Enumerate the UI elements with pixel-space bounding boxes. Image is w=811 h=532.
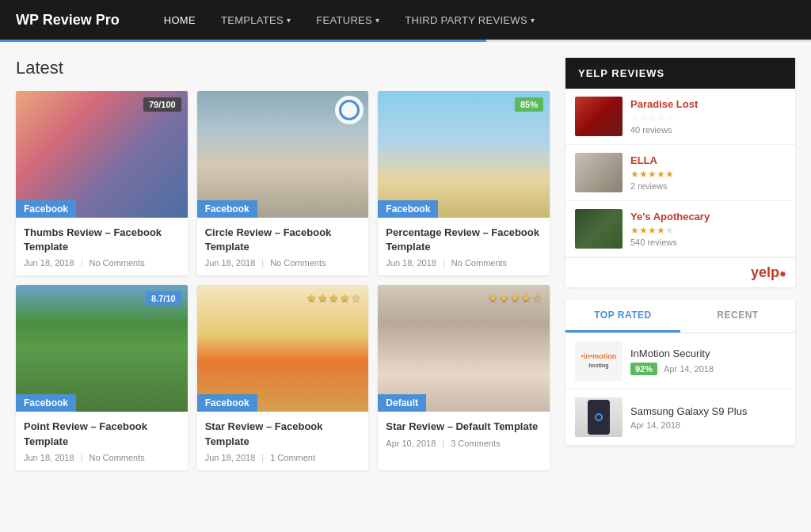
cards-row-2: 8.7/10 Facebook Point Review – Facebook … [16,285,550,469]
yelp-thumb [575,209,623,249]
card-title: Point Review – Facebook Template [24,420,180,448]
card-tag-facebook: Facebook [378,200,438,218]
card-comments: No Comments [89,453,144,462]
card-date: Jun 18, 2018 [24,258,74,268]
card-image-wrap: 79/100 Facebook [16,91,188,218]
inmotion-logo-icon: •in•motion hosting [581,352,616,370]
card-tag-facebook: Facebook [197,200,257,218]
yelp-logo: yelp✸ [751,264,786,280]
yelp-name: Ye's Apothecary [630,211,786,222]
yelp-reviews-count: 540 reviews [630,238,786,247]
card-image-wrap: ★★★★☆ Default [378,285,550,412]
yelp-reviews-count: 2 reviews [630,181,786,191]
card-image-wrap: ★★★★☆ Facebook [197,285,369,412]
samsung-phone-icon [588,400,610,435]
yelp-footer: yelp✸ [565,257,795,287]
yelp-section: YELP REVIEWS Paradise Lost ☆☆☆☆☆ 40 revi… [565,58,795,287]
chevron-down-icon: ▾ [531,16,535,25]
card-title: Star Review – Facebook Template [205,420,361,448]
nav-templates[interactable]: TEMPLATES ▾ [208,0,303,40]
stars-badge: ★★★★☆ [488,291,543,304]
yelp-name: ELLA [630,154,786,166]
card-date: Jun 18, 2018 [24,453,74,462]
card-title: Star Review – Default Template [386,420,542,434]
yelp-header: YELP REVIEWS [565,58,795,89]
card-star-review-default[interactable]: ★★★★☆ Default Star Review – Default Temp… [378,285,550,469]
card-body: Point Review – Facebook Template Jun 18,… [16,412,188,469]
card-body: Star Review – Facebook Template Jun 18, … [197,412,369,469]
site-logo: WP Review Pro [16,12,120,28]
card-tag-facebook: Facebook [16,200,76,218]
rated-info: Samsung Galaxy S9 Plus Apr 14, 2018 [630,405,786,430]
yelp-reviews-count: 40 reviews [630,125,786,135]
rated-tabs: TOP RATED RECENT [565,300,795,333]
rated-item-inmotion[interactable]: •in•motion hosting InMotion Security 92%… [565,333,795,390]
stars-badge: ★★★★☆ [307,291,362,304]
card-tag-facebook: Facebook [197,394,257,412]
yelp-item-yes-apothecary[interactable]: Ye's Apothecary ★★★★★ 540 reviews [565,201,795,257]
card-meta: Jun 18, 2018 | No Comments [205,258,361,268]
score-badge: 8.7/10 [146,291,181,306]
card-tag-default: Default [378,394,426,412]
rated-item-samsung[interactable]: Samsung Galaxy S9 Plus Apr 14, 2018 [565,390,795,446]
card-tag-facebook: Facebook [16,394,76,412]
card-title: Percentage Review – Facebook Template [386,226,542,254]
cards-row-1: 79/100 Facebook Thumbs Review – Facebook… [16,91,550,276]
nav-home[interactable]: HOME [151,0,208,40]
rated-meta: Apr 14, 2018 [630,420,786,430]
yelp-stars: ☆☆☆☆☆ [630,112,786,124]
score-pill: 92% [630,363,657,375]
tab-recent[interactable]: RECENT [680,300,795,332]
card-comments: No Comments [89,258,144,268]
sidebar: YELP REVIEWS Paradise Lost ☆☆☆☆☆ 40 revi… [565,58,795,517]
card-image-wrap: Facebook [197,91,369,218]
card-image-wrap: 85% Facebook [378,91,550,218]
rated-section: TOP RATED RECENT •in•motion hosting InMo… [565,300,795,446]
progress-bar [0,40,811,42]
section-title: Latest [16,58,550,78]
progress-bar-fill [0,40,486,42]
nav-third-party[interactable]: THIRD PARTY REVIEWS ▾ [392,0,547,40]
yelp-info: ELLA ★★★★★ 2 reviews [630,154,786,191]
card-percentage-review[interactable]: 85% Facebook Percentage Review – Faceboo… [378,91,550,276]
card-comments: No Comments [270,258,326,268]
card-meta: Jun 18, 2018 | No Comments [386,258,542,268]
card-date: Jun 18, 2018 [386,258,436,268]
card-body: Circle Review – Facebook Template Jun 18… [197,218,369,276]
card-comments: 1 Comment [270,453,315,462]
rated-date: Apr 14, 2018 [630,420,680,430]
content-area: Latest 79/100 Facebook Thumbs Review – F… [16,58,550,517]
main-nav: HOME TEMPLATES ▾ FEATURES ▾ THIRD PARTY … [151,0,547,40]
card-star-review-fb[interactable]: ★★★★☆ Facebook Star Review – Facebook Te… [197,285,369,469]
card-meta: Jun 18, 2018 | No Comments [24,258,180,268]
card-circle-review[interactable]: Facebook Circle Review – Facebook Templa… [197,91,369,276]
circle-icon [339,100,360,120]
yelp-item-ella[interactable]: ELLA ★★★★★ 2 reviews [565,145,795,201]
yelp-item-paradise-lost[interactable]: Paradise Lost ☆☆☆☆☆ 40 reviews [565,89,795,145]
nav-features[interactable]: FEATURES ▾ [303,0,392,40]
yelp-stars: ★★★★★ [630,169,786,180]
card-title: Thumbs Review – Facebook Template [24,226,180,254]
card-date: Apr 10, 2018 [386,439,436,448]
card-point-review[interactable]: 8.7/10 Facebook Point Review – Facebook … [16,285,188,469]
samsung-camera-icon [595,413,603,421]
rated-date: Apr 14, 2018 [664,364,714,374]
yelp-info: Paradise Lost ☆☆☆☆☆ 40 reviews [630,98,786,135]
card-body: Percentage Review – Facebook Template Ju… [378,218,550,276]
score-badge: 85% [515,97,543,112]
tab-top-rated[interactable]: TOP RATED [565,300,680,332]
rated-thumb-samsung [575,397,623,437]
yelp-name: Paradise Lost [630,98,786,110]
yelp-stars: ★★★★★ [630,225,786,236]
main-wrapper: Latest 79/100 Facebook Thumbs Review – F… [0,42,811,532]
card-date: Jun 18, 2018 [205,453,256,462]
card-meta: Apr 10, 2018 | 3 Comments [386,439,542,448]
card-body: Star Review – Default Template Apr 10, 2… [378,412,550,455]
yelp-info: Ye's Apothecary ★★★★★ 540 reviews [630,211,786,247]
card-date: Jun 18, 2018 [205,258,256,268]
yelp-thumb [575,153,623,192]
card-thumbs-review[interactable]: 79/100 Facebook Thumbs Review – Facebook… [16,91,188,276]
card-image-wrap: 8.7/10 Facebook [16,285,188,412]
card-meta: Jun 18, 2018 | 1 Comment [205,453,361,462]
card-body: Thumbs Review – Facebook Template Jun 18… [16,218,188,276]
